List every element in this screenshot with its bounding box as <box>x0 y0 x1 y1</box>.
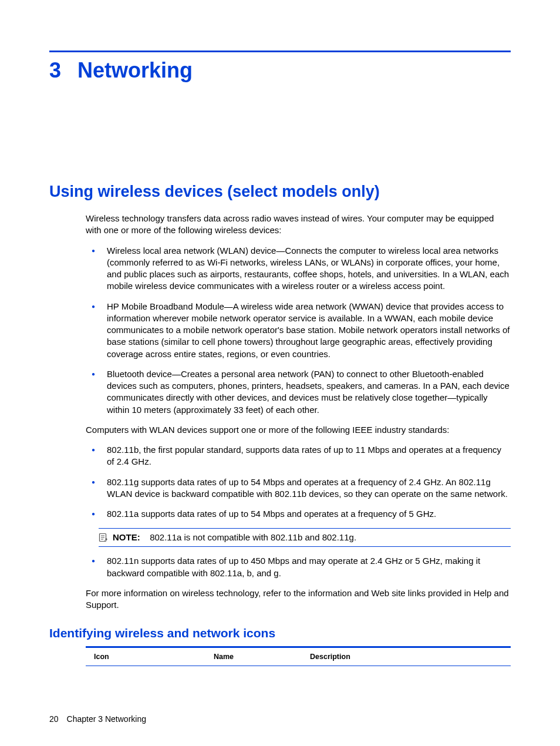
icon-table-wrap: Icon Name Description <box>86 646 511 666</box>
section-heading: Using wireless devices (select models on… <box>49 183 511 201</box>
table-header-name: Name <box>205 647 302 666</box>
footer-chapter-label: Chapter 3 Networking <box>67 714 146 724</box>
list-item: 802.11b, the first popular standard, sup… <box>86 444 511 468</box>
intro-paragraph: Wireless technology transfers data acros… <box>86 213 511 237</box>
standards-list: 802.11b, the first popular standard, sup… <box>86 444 511 520</box>
subsection-heading: Identifying wireless and network icons <box>49 626 511 640</box>
list-item: HP Mobile Broadband Module—A wireless wi… <box>86 301 511 360</box>
note-text: 802.11a is not compatible with 802.11b a… <box>150 532 356 542</box>
chapter-heading: 3 Networking <box>49 58 511 83</box>
document-page: 3 Networking Using wireless devices (sel… <box>0 0 560 746</box>
standards-intro-paragraph: Computers with WLAN devices support one … <box>86 424 511 436</box>
note-callout: NOTE: 802.11a is not compatible with 802… <box>99 528 511 547</box>
list-item: Wireless local area network (WLAN) devic… <box>86 245 511 293</box>
note-label: NOTE: <box>113 532 140 542</box>
list-item: Bluetooth device—Creates a personal area… <box>86 368 511 416</box>
note-content: NOTE: 802.11a is not compatible with 802… <box>113 532 356 543</box>
chapter-title: Networking <box>77 58 193 83</box>
icon-table: Icon Name Description <box>86 646 511 666</box>
chapter-number: 3 <box>49 58 61 83</box>
note-icon <box>99 533 108 542</box>
section-body: Wireless technology transfers data acros… <box>86 213 511 611</box>
chapter-top-rule <box>49 51 511 52</box>
standards-list-continued: 802.11n supports data rates of up to 450… <box>86 555 511 579</box>
table-header-row: Icon Name Description <box>86 647 511 666</box>
device-list: Wireless local area network (WLAN) devic… <box>86 245 511 416</box>
list-item: 802.11n supports data rates of up to 450… <box>86 555 511 579</box>
table-header-icon: Icon <box>86 647 205 666</box>
table-header-description: Description <box>302 647 511 666</box>
page-number: 20 <box>49 714 59 724</box>
list-item: 802.11a supports data rates of up to 54 … <box>86 508 511 520</box>
list-item: 802.11g supports data rates of up to 54 … <box>86 476 511 500</box>
page-footer: 20 Chapter 3 Networking <box>49 714 146 724</box>
outro-paragraph: For more information on wireless technol… <box>86 587 511 611</box>
